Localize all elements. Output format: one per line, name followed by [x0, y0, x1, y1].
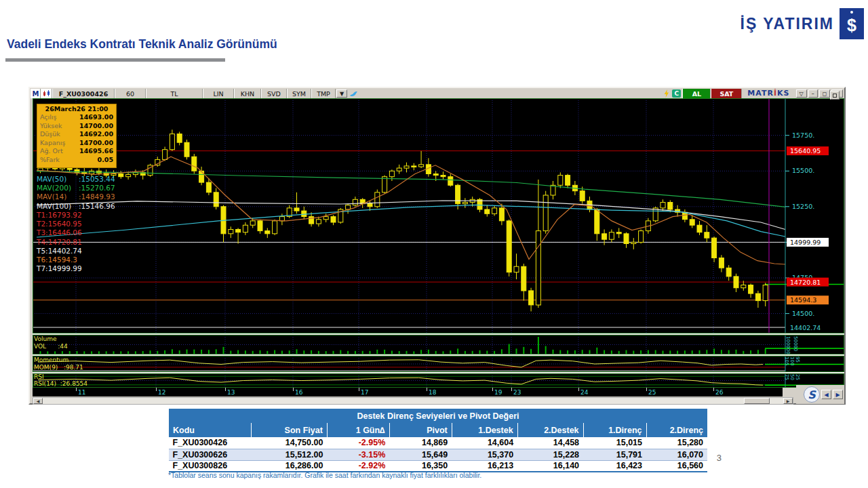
title-underline — [5, 58, 225, 62]
brand-name: İŞ YATIRIM — [741, 15, 834, 33]
toolbar-item-tl[interactable]: TL — [146, 89, 203, 98]
momentum-pane[interactable] — [33, 356, 844, 372]
target-level-label: T5:14402.74 — [37, 247, 82, 256]
target-level-label: T1:16793.92 — [37, 211, 82, 220]
rsi-pane[interactable] — [33, 373, 844, 388]
svg-text:14500.: 14500. — [792, 310, 814, 317]
target-level-label: T7:14999.99 — [37, 264, 82, 273]
candlestick-icon[interactable] — [41, 89, 52, 98]
target-level-label: T2:15640.95 — [37, 220, 82, 228]
table-cell: 15,370 — [452, 449, 517, 460]
window-shade-icon[interactable]: ▽ — [796, 89, 807, 98]
date-label: 11 — [78, 389, 85, 396]
indicator-axis-label: 75 — [784, 374, 789, 380]
date-tick — [427, 388, 427, 391]
mav-label: MAV(100):15146.96 — [37, 202, 115, 211]
next-period-button[interactable]: ▶ — [833, 390, 843, 399]
mav-label: MAV(14):14849.93 — [37, 192, 115, 201]
horizontal-scrollbar[interactable]: ◀ ▶ — [33, 397, 793, 405]
table-cell: 15,280 — [646, 437, 707, 449]
date-tick — [511, 388, 512, 391]
column-header: 1.Direnç — [583, 423, 646, 437]
chevron-down-icon[interactable]: ▼ — [336, 89, 347, 98]
maximize-icon[interactable]: ◻ — [819, 89, 831, 98]
table-header-row: KoduSon Fiyat1 Gün∆Pivot1.Destek2.Destek… — [169, 423, 708, 437]
chart-window: MF_XU030042660TLLINKHNSVDSYMTMP▼CALSATMA… — [28, 87, 846, 405]
chart-corner-controls: S ◀ ▶ — [796, 385, 844, 404]
date-label: 23 — [513, 389, 521, 396]
prev-period-button[interactable]: ◀ — [821, 390, 831, 399]
refresh-icon[interactable]: C — [672, 89, 681, 98]
table-cell: F_XU0300826 — [169, 460, 252, 472]
mav-label: MAV(200):15270.67 — [37, 184, 115, 192]
svg-text:15250.: 15250. — [792, 203, 814, 210]
date-tick — [293, 388, 294, 391]
target-level-label: T3:16446.06 — [37, 228, 82, 237]
table-cell: -3.15% — [327, 449, 389, 460]
scrollbar-thumb[interactable] — [744, 398, 770, 404]
lightning-icon[interactable] — [663, 89, 669, 98]
scroll-right-icon[interactable]: ▶ — [783, 398, 793, 404]
moving-average-legend: MAV(50):15053.44MAV(200):15270.67MAV(14)… — [37, 175, 115, 211]
table-title: Destek Direnç Seviyeleri ve Pivot Değeri — [169, 409, 708, 423]
indicator-axis-label: 100 — [789, 357, 795, 365]
ohlc-info-box: 26March26 21:00 Açılış14693.00Yüksek1470… — [37, 104, 117, 168]
table-cell: 16,560 — [646, 460, 707, 472]
svg-text:14999.99: 14999.99 — [790, 239, 821, 246]
info-box-date: 26March26 21:00 — [40, 105, 113, 113]
table-cell: 15,015 — [583, 437, 646, 449]
table-cell: 16,213 — [452, 460, 517, 472]
scroll-left-icon[interactable]: ◀ — [33, 398, 43, 404]
mav-label: MAV(50):15053.44 — [37, 175, 115, 184]
svg-text:14594.3: 14594.3 — [790, 296, 816, 304]
buy-button[interactable]: AL — [682, 89, 711, 98]
table-cell: F_XU0300426 — [169, 437, 252, 449]
column-header: Pivot — [389, 423, 452, 437]
footnote: *Tablolar seans sonu kapanış rakamlarıdı… — [168, 471, 481, 479]
indicator-axis-label: 95 — [795, 357, 800, 363]
date-tick — [225, 388, 226, 391]
table-row: F_XU030042614,750.00-2.95%14,86914,60414… — [169, 437, 708, 449]
info-row: %Fark0.05 — [40, 156, 113, 165]
date-label: 19 — [494, 389, 502, 396]
date-tick — [646, 388, 647, 391]
matriks-m-icon[interactable]: M — [31, 89, 41, 98]
date-tick — [359, 388, 359, 391]
restore-icon[interactable] — [830, 91, 840, 100]
toolbar-item-khn[interactable]: KHN — [234, 89, 261, 98]
date-tick — [713, 388, 714, 391]
date-label: 12 — [158, 389, 165, 396]
date-axis: 1112131617181923242526 — [33, 388, 783, 396]
toolbar-item-tmp[interactable]: TMP — [311, 89, 336, 98]
volume-pane[interactable] — [33, 335, 844, 354]
page-title: Vadeli Endeks Kontratı Teknik Analiz Gör… — [7, 37, 277, 52]
toolbar-item-f_xu0300426[interactable]: F_XU0300426 — [52, 89, 115, 98]
twitter-icon[interactable] — [348, 89, 359, 98]
volume-value: VOL :44 — [34, 343, 68, 350]
info-row: Ağ. Ort14695.66 — [40, 147, 113, 156]
date-tick — [156, 388, 157, 391]
table-cell: 16,286.00 — [251, 460, 327, 472]
table-cell: 14,458 — [517, 437, 583, 449]
table-cell: 15,512.00 — [251, 449, 327, 460]
sell-button[interactable]: SAT — [711, 89, 742, 98]
target-level-label: T4:14720.81 — [37, 238, 82, 247]
target-levels-legend: T1:16793.92T2:15640.95T3:16446.06T4:1472… — [37, 211, 82, 273]
page-number: 3 — [705, 453, 722, 463]
svg-text:14402.74: 14402.74 — [790, 324, 821, 331]
is-bank-icon: $ — [840, 8, 864, 39]
table-cell: 16,350 — [389, 460, 452, 472]
date-label: 24 — [580, 389, 588, 396]
table-cell: F_XU0300626 — [169, 449, 252, 460]
is-yatirim-logo: İŞ YATIRIM $ — [741, 15, 834, 33]
toolbar-item-svd[interactable]: SVD — [261, 89, 287, 98]
matriks-logo: MATRİKS — [742, 89, 795, 98]
table-cell: 16,423 — [583, 460, 646, 472]
toolbar-item-lin[interactable]: LIN — [203, 89, 234, 98]
minimize-icon[interactable]: – — [808, 89, 818, 98]
price-chart[interactable]: 15750.15500.15250.15000.14750.14500.1564… — [33, 98, 844, 333]
svg-text:14720.81: 14720.81 — [790, 279, 821, 286]
toolbar-item-sym[interactable]: SYM — [287, 89, 311, 98]
indicator-axis-label: 100000 — [785, 336, 791, 354]
toolbar-item-60[interactable]: 60 — [115, 89, 146, 98]
